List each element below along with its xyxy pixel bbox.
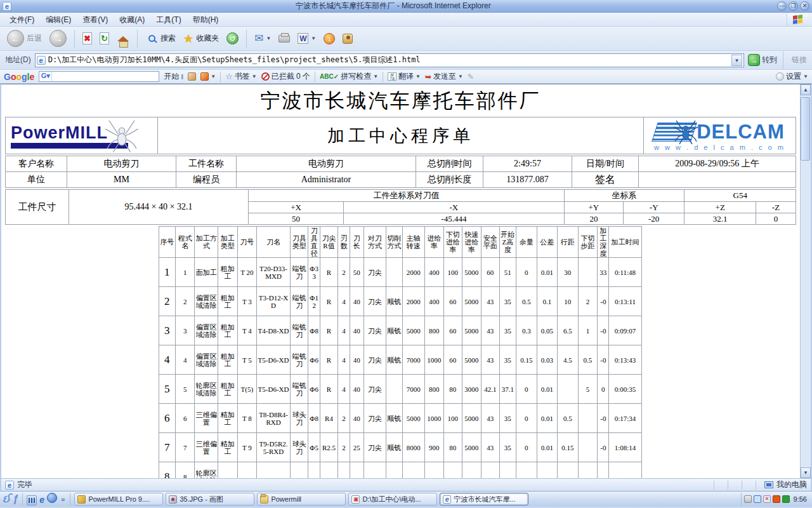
paint-icon <box>169 495 177 504</box>
task-button[interactable]: PowerMILL Pro 9.... <box>74 493 163 505</box>
address-input[interactable] <box>48 56 731 65</box>
start-ornament-icon[interactable]: ƒ <box>13 493 18 505</box>
table-cell: 6 <box>159 404 175 433</box>
menu-item[interactable]: 收藏(A) <box>114 14 150 25</box>
stop-button[interactable]: ✖ <box>81 31 94 46</box>
task-button[interactable]: Powermill <box>257 493 346 505</box>
tray-vol-icon[interactable] <box>763 495 771 503</box>
mail-button[interactable]: ✉ ▼ <box>252 30 273 46</box>
programmer-label: 编程员 <box>176 172 237 188</box>
table-cell: T9-D5R2.5-RXD <box>257 433 291 462</box>
spellcheck-icon: ABC✓ <box>320 73 339 80</box>
menu-item[interactable]: 工具(T) <box>150 14 187 25</box>
back-label: 后退 <box>27 33 42 44</box>
menu-item[interactable]: 文件(F) <box>4 14 40 25</box>
go-button[interactable]: → 转到 <box>748 54 777 66</box>
table-cell: 80 <box>444 433 462 462</box>
settings-orb-icon <box>776 72 784 81</box>
google-search-input[interactable] <box>52 72 159 81</box>
table-cell: R4 <box>320 404 337 433</box>
table-cell: 50 <box>350 258 363 287</box>
vertical-scrollbar[interactable]: ▲ ▼ <box>800 84 811 478</box>
history-button[interactable]: ↺ <box>225 31 240 46</box>
table-cell: 顺铣 <box>386 316 402 345</box>
quick-launch-chart-icon[interactable] <box>27 495 37 505</box>
table-cell: 刀尖 <box>363 287 386 316</box>
spider-icon <box>672 119 699 145</box>
google-separator <box>315 72 315 82</box>
close-button[interactable]: ✕ <box>800 1 809 11</box>
table-cell: 60 <box>481 258 499 287</box>
table-cell: Φ6 <box>308 375 320 404</box>
scrollbar-thumb[interactable] <box>801 97 810 161</box>
taskbar-clock[interactable]: 9:56 <box>794 495 807 503</box>
print-icon <box>278 35 290 43</box>
table-row: 88轮廓区域清除 <box>159 462 641 479</box>
scroll-up-arrow[interactable]: ▲ <box>801 84 811 95</box>
table-cell: 4 <box>338 375 350 404</box>
tray-lang-icon[interactable] <box>773 495 780 503</box>
menu-item[interactable]: 查看(V) <box>77 14 114 25</box>
popup-blocker-button[interactable]: 已拦截 0 个 <box>261 71 310 82</box>
highlighter-icon[interactable]: ✎ <box>468 72 474 81</box>
links-label[interactable]: 链接 <box>792 55 807 65</box>
scrollbar-track[interactable] <box>801 95 811 467</box>
table-cell: T 20 <box>237 258 257 287</box>
menu-item[interactable]: 编辑(E) <box>40 14 77 25</box>
minimize-button[interactable]: — <box>777 1 787 11</box>
forward-button[interactable]: → <box>48 29 69 48</box>
task-button[interactable]: ▣D:\加工中心\电动... <box>348 493 437 505</box>
table-cell: 0.05 <box>537 316 558 345</box>
standard-toolbar: ← 后退 → ✖ ↻ 搜索 ★ 收藏夹 ↺ ✉ ▼ W ▼ ↓ <box>0 27 812 51</box>
table-cell: 0.5 <box>516 287 537 316</box>
google-g-icon[interactable]: G▾ <box>39 72 52 81</box>
spellcheck-button[interactable]: ABC✓ 拼写检查 ▼ <box>320 71 378 82</box>
table-cell: 8000 <box>402 433 424 462</box>
task-button[interactable]: e宁波市长城汽车摩... <box>440 493 528 505</box>
programmer-value: Administrator <box>237 172 416 188</box>
address-dropdown-button[interactable]: ▼ <box>731 55 742 66</box>
quick-launch-ie-icon[interactable]: e <box>37 495 47 505</box>
google-settings-button[interactable]: 设置 ▼ <box>776 71 808 82</box>
maximize-button[interactable]: ❐ <box>789 1 798 11</box>
blocked-icon <box>261 72 270 81</box>
send-to-button[interactable]: ➥ 发送至 ▼ <box>425 71 463 82</box>
taskbar-separator <box>70 493 70 505</box>
messenger-button[interactable] <box>341 32 355 45</box>
google-start-button[interactable]: 开始 ∥ <box>164 71 183 82</box>
security-zone: 我的电脑 <box>776 479 807 490</box>
menu-item[interactable]: 帮助(H) <box>187 14 225 25</box>
search-button[interactable]: 搜索 <box>143 31 178 46</box>
start-ornament-icon[interactable]: ઈ <box>3 493 10 505</box>
translate-button[interactable]: aí7ǎ 翻译 ▼ <box>388 71 421 82</box>
news-button[interactable] <box>188 72 196 81</box>
tray-up-icon[interactable] <box>782 495 790 503</box>
table-row: 66三维偏置精加工T 8T8-D8R4-RXD球头刀Φ8R4240刀尖顺铣500… <box>159 404 641 433</box>
download-tool-button[interactable]: ↓ <box>322 32 337 46</box>
tray-calc-icon[interactable] <box>744 495 752 503</box>
home-button[interactable] <box>115 31 131 46</box>
quick-launch-sphere-icon[interactable] <box>47 493 57 503</box>
table-cell: 0.15 <box>558 433 579 462</box>
tray-net-icon[interactable] <box>754 495 761 503</box>
window-title: 宁波市长城汽车摩托车部件厂 - Microsoft Internet Explo… <box>11 1 775 11</box>
edit-word-button[interactable]: W ▼ <box>296 32 318 45</box>
column-header: 余量 <box>516 227 537 258</box>
scroll-down-arrow[interactable]: ▼ <box>801 467 811 478</box>
print-button[interactable] <box>277 34 292 44</box>
bookmarks-button[interactable]: ☆ 书签 ▼ <box>225 71 257 82</box>
table-cell: T(5) <box>237 375 257 404</box>
table-cell: Φ5 <box>308 433 320 462</box>
refresh-button[interactable]: ↻ <box>98 31 111 46</box>
chevron-down-icon: ▼ <box>266 36 271 41</box>
back-button[interactable]: ← 后退 <box>5 29 44 48</box>
quick-launch: e <box>27 493 57 505</box>
datetime-value: 2009-08-29/09:56 上午 <box>639 156 796 172</box>
quick-launch-more-button[interactable]: » <box>60 495 66 503</box>
task-button[interactable]: 35.JPG - 画图 <box>166 493 254 505</box>
table-cell: 5 <box>175 375 195 404</box>
favorites-button[interactable]: ★ 收藏夹 <box>181 30 221 47</box>
shopping-button[interactable]: ▼ <box>200 72 216 81</box>
axis-label: -X <box>344 202 565 213</box>
table-cell: 5000 <box>462 345 481 375</box>
